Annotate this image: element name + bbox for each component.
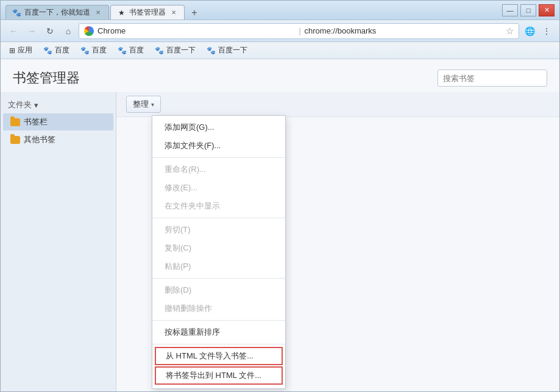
apps-label: 应用 xyxy=(18,45,32,55)
sidebar-header-arrow: ▾ xyxy=(34,101,38,110)
browser-window: 🐾 百度一下，你就知道 ✕ ★ 书签管理器 ✕ + — □ ✕ ← → ↻ ⌂ … xyxy=(0,0,560,392)
tab-baidu-close[interactable]: ✕ xyxy=(94,9,102,17)
menu-item-undo-delete: 撤销删除操作 xyxy=(152,299,285,318)
chrome-menu-button[interactable]: ⋮ xyxy=(539,23,555,39)
bookmarks-bar-item-4[interactable]: 🐾 百度一下 xyxy=(151,44,199,57)
page-header: 书签管理器 xyxy=(1,59,559,92)
menu-item-edit: 修改(E)... xyxy=(152,179,285,197)
menu-item-import-html[interactable]: 从 HTML 文件导入书签... xyxy=(155,347,283,365)
tab-bookmarks-close[interactable]: ✕ xyxy=(169,9,178,17)
tab-bookmarks-label: 书签管理器 xyxy=(129,7,166,18)
bm2-label: 百度 xyxy=(92,45,107,55)
bm5-label: 百度一下 xyxy=(218,45,247,55)
reload-button[interactable]: ↻ xyxy=(42,23,58,39)
content-area: 书签管理器 文件夹 ▾ 书签栏 其他书签 xyxy=(1,59,559,391)
menu-item-sort-by-title[interactable]: 按标题重新排序 xyxy=(152,323,285,341)
tab-bookmarks-icon: ★ xyxy=(117,9,126,17)
toolbar-row: 整理 ▾ xyxy=(116,92,559,117)
sidebar-folder-header[interactable]: 文件夹 ▾ xyxy=(1,97,116,113)
bm4-label: 百度一下 xyxy=(166,45,196,55)
bm2-icon: 🐾 xyxy=(80,46,90,55)
address-url: chrome://bookmarks xyxy=(305,26,502,35)
organize-dropdown-menu: 添加网页(G)... 添加文件夹(F)... 重命名(R)... 修改(E)..… xyxy=(152,115,286,389)
bookmarks-bar-item-2[interactable]: 🐾 百度 xyxy=(77,44,110,57)
bm5-icon: 🐾 xyxy=(207,46,216,55)
page-body: 文件夹 ▾ 书签栏 其他书签 整理 ▾ xyxy=(1,92,559,391)
bm1-label: 百度 xyxy=(55,45,69,55)
folder-icon-bookmarks-bar xyxy=(10,118,20,126)
extensions-button[interactable]: 🌐 xyxy=(522,23,537,39)
back-button[interactable]: ← xyxy=(5,23,21,39)
menu-item-cut: 剪切(T) xyxy=(152,221,285,239)
bm4-icon: 🐾 xyxy=(155,46,164,55)
minimize-button[interactable]: — xyxy=(502,4,518,16)
nav-bar: ← → ↻ ⌂ Chrome | chrome://bookmarks ☆ 🌐 … xyxy=(1,20,559,42)
menu-item-export-html[interactable]: 将书签导出到 HTML 文件... xyxy=(155,366,283,385)
bm3-icon: 🐾 xyxy=(118,46,127,55)
apps-icon: ⊞ xyxy=(9,46,15,55)
bookmarks-bar-item-3[interactable]: 🐾 百度 xyxy=(114,44,147,57)
bookmarks-bar-item-1[interactable]: 🐾 百度 xyxy=(40,44,73,57)
page-title: 书签管理器 xyxy=(13,69,80,87)
menu-separator-3 xyxy=(152,278,285,279)
maximize-button[interactable]: □ xyxy=(520,4,536,16)
menu-separator-4 xyxy=(152,320,285,321)
window-controls: — □ ✕ xyxy=(502,4,555,16)
sidebar-item-label-other-bookmarks: 其他书签 xyxy=(24,134,55,145)
sidebar-header-label: 文件夹 xyxy=(8,99,32,110)
new-tab-button[interactable]: + xyxy=(186,6,203,20)
title-bar: 🐾 百度一下，你就知道 ✕ ★ 书签管理器 ✕ + — □ ✕ xyxy=(1,1,559,20)
home-button[interactable]: ⌂ xyxy=(60,23,76,39)
sidebar: 文件夹 ▾ 书签栏 其他书签 xyxy=(1,92,116,391)
tab-baidu[interactable]: 🐾 百度一下，你就知道 ✕ xyxy=(5,5,109,20)
bookmarks-bar: ⊞ 应用 🐾 百度 🐾 百度 🐾 百度 🐾 百度一下 🐾 百度一下 xyxy=(1,42,559,59)
organize-button[interactable]: 整理 ▾ xyxy=(126,96,161,113)
search-input[interactable] xyxy=(438,69,547,87)
organize-label: 整理 xyxy=(133,99,149,110)
menu-separator-1 xyxy=(152,157,285,158)
menu-separator-2 xyxy=(152,218,285,218)
menu-item-paste: 粘贴(P) xyxy=(152,257,285,276)
menu-item-rename: 重命名(R)... xyxy=(152,160,285,179)
sidebar-item-label-bookmarks-bar: 书签栏 xyxy=(24,116,48,127)
menu-item-add-folder[interactable]: 添加文件夹(F)... xyxy=(152,137,285,155)
bookmarks-bar-apps[interactable]: ⊞ 应用 xyxy=(5,44,36,57)
tab-strip: 🐾 百度一下，你就知道 ✕ ★ 书签管理器 ✕ + xyxy=(5,1,502,20)
menu-item-add-page[interactable]: 添加网页(G)... xyxy=(152,118,285,137)
address-bar[interactable]: Chrome | chrome://bookmarks ☆ xyxy=(79,23,519,39)
nav-end-buttons: 🌐 ⋮ xyxy=(522,23,555,39)
bm1-icon: 🐾 xyxy=(43,46,52,55)
tab-bookmarks[interactable]: ★ 书签管理器 ✕ xyxy=(110,5,185,20)
menu-item-copy: 复制(C) xyxy=(152,239,285,257)
folder-icon-other-bookmarks xyxy=(10,136,20,144)
chrome-icon xyxy=(84,26,94,36)
tab-baidu-label: 百度一下，你就知道 xyxy=(24,7,90,18)
bookmarks-bar-item-5[interactable]: 🐾 百度一下 xyxy=(203,44,251,57)
bm3-label: 百度 xyxy=(129,45,144,55)
menu-item-show-in-folder: 在文件夹中显示 xyxy=(152,197,285,215)
bookmark-star-icon[interactable]: ☆ xyxy=(506,26,514,37)
organize-arrow: ▾ xyxy=(151,101,154,108)
sidebar-item-other-bookmarks[interactable]: 其他书签 xyxy=(3,131,113,148)
menu-item-delete: 删除(D) xyxy=(152,281,285,299)
address-chrome-label: Chrome xyxy=(97,26,295,35)
close-button[interactable]: ✕ xyxy=(539,4,555,16)
tab-baidu-icon: 🐾 xyxy=(12,9,21,17)
menu-separator-5 xyxy=(152,344,285,344)
main-panel: 整理 ▾ 添加网页(G)... 添加文件夹(F)... 重命名(R)... 修改… xyxy=(116,92,559,391)
forward-button[interactable]: → xyxy=(24,23,40,39)
address-separator: | xyxy=(299,27,300,35)
sidebar-item-bookmarks-bar[interactable]: 书签栏 xyxy=(3,113,113,130)
